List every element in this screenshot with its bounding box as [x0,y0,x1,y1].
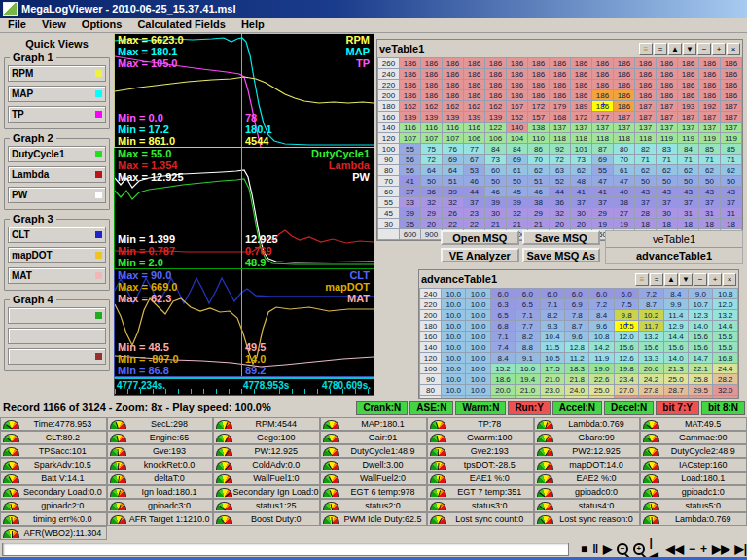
table-cell[interactable]: 186 [528,58,550,69]
advance-table-down-icon[interactable]: ▼ [679,273,693,286]
table-cell[interactable]: 186 [635,80,657,90]
table-cell[interactable]: 186 [678,80,699,90]
sidebar-item-blank[interactable] [8,328,106,344]
table-cell[interactable]: 13.2 [713,310,738,321]
table-cell[interactable]: 52 [550,176,571,187]
table-cell[interactable]: 7.8 [565,310,589,321]
table-cell[interactable]: 70 [528,155,550,165]
table-cell[interactable]: 186 [507,80,528,90]
open-msq-button[interactable]: Open MSQ [441,230,519,245]
table-cell[interactable]: 186 [571,90,592,101]
table-cell[interactable]: 62 [635,165,657,176]
table-cell[interactable]: 14.7 [689,353,713,364]
table-cell[interactable]: 186 [614,80,635,90]
table-cell[interactable]: 10.0 [442,299,466,310]
table-cell[interactable]: 61 [507,165,528,176]
table-cell[interactable]: 14.0 [689,321,713,332]
table-cell[interactable]: 20 [550,219,571,229]
table-cell[interactable]: 25.8 [689,374,713,385]
table-cell[interactable]: 35 [400,219,421,229]
table-cell[interactable]: 186 [400,90,421,101]
table-cell[interactable]: 55 [592,165,614,176]
table-cell[interactable]: 27.8 [639,385,663,396]
table-cell[interactable]: 15.6 [663,342,688,353]
table-cell[interactable]: 26 [443,208,464,219]
table-cell[interactable]: 187 [721,101,742,112]
table-cell[interactable]: 37 [678,197,699,208]
table-cell[interactable]: 12.6 [614,353,638,364]
table-cell[interactable]: 106 [464,133,485,144]
table-cell[interactable]: 37 [635,197,657,208]
table-cell[interactable]: 6.0 [540,289,564,299]
table-cell[interactable]: 186 [421,80,443,90]
table-cell[interactable]: 186 [592,90,614,101]
table-cell[interactable]: 186 [635,69,657,80]
table-cell[interactable]: 10.0 [442,321,466,332]
table-cell[interactable]: 107 [421,133,443,144]
table-cell[interactable]: 118 [571,133,592,144]
table-cell[interactable]: 186 [657,80,678,90]
table-cell[interactable]: 186 [464,69,485,80]
table-cell[interactable]: 6.0 [516,289,540,299]
table-cell[interactable]: 28.7 [663,385,688,396]
table-cell[interactable]: 33 [400,197,421,208]
table-cell[interactable]: 122 [485,122,507,133]
table-cell[interactable]: 47 [614,176,635,187]
table-cell[interactable]: 187 [657,112,678,122]
table-cell[interactable]: 162 [421,101,443,112]
sidebar-item-mapdot[interactable]: mapDOT [8,247,106,263]
menu-options[interactable]: Options [74,18,130,32]
table-cell[interactable]: 31 [678,208,699,219]
table-cell[interactable]: 43 [721,187,742,197]
table-cell[interactable]: 187 [635,112,657,122]
table-cell[interactable]: 137 [550,122,571,133]
table-cell[interactable]: 119 [657,133,678,144]
table-cell[interactable]: 186 [443,69,464,80]
table-cell[interactable]: 21.0 [516,385,540,396]
table-cell[interactable]: 15.6 [713,342,738,353]
table-cell[interactable]: 86 [528,144,550,155]
table-cell[interactable]: 85 [699,144,721,155]
table-cell[interactable]: 51 [443,176,464,187]
ve-analyzer-button[interactable]: VE Analyzer [441,248,519,262]
table-cell[interactable]: 18 [721,219,742,229]
table-cell[interactable]: 10.0 [466,364,490,374]
table-cell[interactable]: 118 [550,133,571,144]
table-cell[interactable]: 24.0 [565,385,589,396]
table-cell[interactable]: 76 [443,144,464,155]
table-cell[interactable]: 10.4 [540,332,564,342]
graph1-panel[interactable]: Max = 6623.0Max = 180.1Max = 105.0Min = … [114,33,374,148]
table-cell[interactable]: 162 [485,101,507,112]
table-cell[interactable]: 139 [485,112,507,122]
ve-table-menu-icon[interactable]: ≡ [639,43,653,55]
table-cell[interactable]: 10.0 [466,385,490,396]
table-cell[interactable]: 10.0 [466,332,490,342]
table-cell[interactable]: 39 [443,187,464,197]
table-cell[interactable]: 23.0 [540,385,564,396]
table-cell[interactable]: 186 [657,90,678,101]
table-cell[interactable]: 15.6 [713,332,738,342]
table-cell[interactable]: 152 [507,112,528,122]
table-cell[interactable]: 47 [592,176,614,187]
table-cell[interactable]: 21 [528,219,550,229]
table-cell[interactable]: 187 [678,112,699,122]
menu-view[interactable]: View [34,18,74,32]
table-cell[interactable]: 46 [485,187,507,197]
table-cell[interactable]: 186 [528,69,550,80]
table-cell[interactable]: 137 [721,122,742,133]
table-cell[interactable]: 18 [678,219,699,229]
table-cell[interactable]: 56 [400,165,421,176]
table-cell[interactable]: 6.0 [589,289,614,299]
table-cell[interactable]: 69 [443,155,464,165]
table-cell[interactable]: 7.1 [516,310,540,321]
table-cell[interactable]: 39 [485,197,507,208]
table-list-item-vetable1[interactable]: veTable1 [606,231,742,248]
table-cell[interactable]: 37 [699,197,721,208]
table-cell[interactable]: 6.8 [490,321,515,332]
table-cell[interactable]: 32 [507,208,528,219]
table-cell[interactable]: 116 [400,122,421,133]
table-cell[interactable]: 186 [721,58,742,69]
table-cell[interactable]: 85 [721,144,742,155]
table-cell[interactable]: 187 [721,112,742,122]
table-cell[interactable]: 10.0 [442,385,466,396]
